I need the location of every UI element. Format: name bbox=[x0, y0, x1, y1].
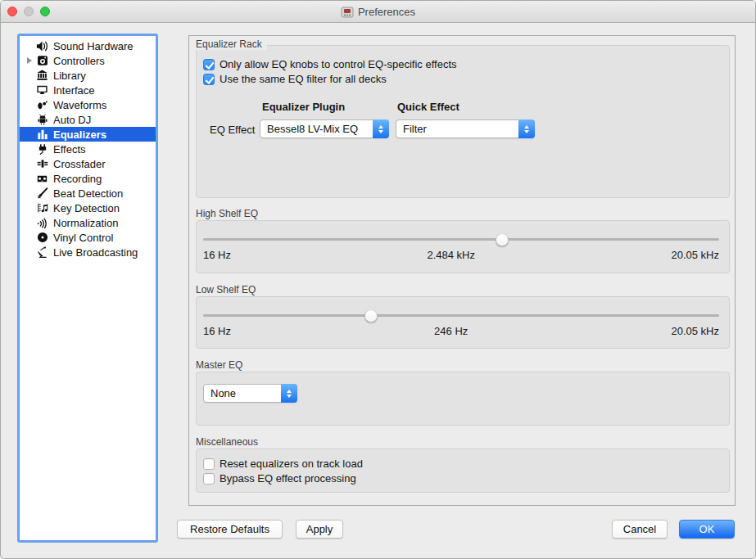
sidebar-item-beat-detection[interactable]: Beat Detection bbox=[20, 186, 156, 201]
speaker-icon bbox=[35, 39, 49, 52]
disclosure-spacer bbox=[23, 215, 35, 230]
low-shelf-current-value: 246 Hz bbox=[434, 325, 468, 337]
reset-equalizers-checkbox[interactable] bbox=[203, 458, 215, 470]
disclosure-spacer bbox=[23, 127, 35, 142]
titlebar: Preferences bbox=[1, 1, 755, 23]
column-header-equalizer-plugin: Equalizer Plugin bbox=[262, 101, 345, 113]
sidebar-item-label: Effects bbox=[53, 143, 86, 156]
sidebar-item-auto-dj[interactable]: Auto DJ bbox=[20, 112, 156, 127]
normalization-icon bbox=[35, 216, 49, 229]
disclosure-spacer bbox=[23, 230, 35, 245]
sidebar-item-interface[interactable]: Interface bbox=[20, 83, 156, 97]
disclosure-spacer bbox=[23, 156, 35, 171]
window-title: Preferences bbox=[358, 6, 415, 18]
checkbox-row: Reset equalizers on track load bbox=[203, 458, 363, 470]
dropdown-arrows-icon bbox=[281, 384, 297, 403]
group-miscellaneous: Reset equalizers on track load Bypass EQ… bbox=[196, 449, 730, 493]
high-shelf-current-value: 2.484 kHz bbox=[427, 249, 475, 261]
dropdown-arrows-icon bbox=[518, 119, 535, 138]
quick-effect-selected-value: Filter bbox=[396, 120, 518, 137]
eq-knobs-only-checkbox[interactable] bbox=[203, 59, 215, 70]
sidebar-item-label: Beat Detection bbox=[53, 187, 123, 200]
apply-button[interactable]: Apply bbox=[296, 520, 343, 539]
same-eq-filter-checkbox[interactable] bbox=[203, 74, 215, 85]
disclosure-spacer bbox=[23, 97, 35, 112]
disclosure-spacer bbox=[23, 245, 35, 259]
disclosure-spacer bbox=[23, 112, 35, 127]
monitor-icon bbox=[35, 83, 49, 97]
beat-detection-icon bbox=[35, 187, 49, 200]
restore-defaults-button[interactable]: Restore Defaults bbox=[177, 520, 283, 539]
controller-icon bbox=[35, 54, 49, 67]
sidebar-item-equalizers[interactable]: Equalizers bbox=[20, 127, 156, 142]
bypass-eq-checkbox[interactable] bbox=[203, 473, 215, 485]
sidebar-item-effects[interactable]: Effects bbox=[20, 142, 156, 156]
sidebar-item-vinyl-control[interactable]: Vinyl Control bbox=[20, 230, 156, 245]
quick-effect-select[interactable]: Filter bbox=[396, 119, 535, 138]
sidebar-item-label: Waveforms bbox=[53, 99, 106, 111]
disclosure-triangle-icon[interactable] bbox=[23, 53, 35, 68]
eq-effect-row-label: EQ Effect bbox=[210, 124, 255, 136]
eq-plugin-select[interactable]: Bessel8 LV-Mix EQ bbox=[260, 119, 389, 138]
group-title-equalizer-rack: Equalizer Rack bbox=[196, 38, 267, 50]
sidebar-item-label: Auto DJ bbox=[53, 114, 91, 126]
preferences-app-icon bbox=[341, 6, 354, 19]
sidebar-item-waveforms[interactable]: Waveforms bbox=[20, 97, 156, 112]
low-shelf-min-label: 16 Hz bbox=[203, 325, 231, 337]
sidebar-item-live-broadcasting[interactable]: Live Broadcasting bbox=[20, 245, 156, 259]
low-shelf-slider[interactable] bbox=[203, 314, 719, 317]
sidebar-item-crossfader[interactable]: Crossfader bbox=[20, 156, 156, 171]
high-shelf-slider-handle[interactable] bbox=[496, 233, 509, 246]
dropdown-arrows-icon bbox=[373, 119, 389, 138]
same-eq-filter-label: Use the same EQ filter for all decks bbox=[220, 73, 387, 85]
high-shelf-max-label: 20.05 kHz bbox=[671, 249, 719, 261]
high-shelf-min-label: 16 Hz bbox=[203, 249, 231, 261]
low-shelf-scale-labels: 16 Hz 246 Hz 20.05 kHz bbox=[203, 325, 719, 337]
eq-plugin-selected-value: Bessel8 LV-Mix EQ bbox=[260, 120, 373, 137]
equalizer-bars-icon bbox=[35, 128, 49, 141]
group-title-master-eq: Master EQ bbox=[196, 359, 247, 371]
column-header-quick-effect: Quick Effect bbox=[397, 101, 459, 113]
high-shelf-slider[interactable] bbox=[203, 238, 719, 241]
sidebar-item-label: Recording bbox=[53, 173, 102, 185]
disclosure-spacer bbox=[23, 186, 35, 201]
sidebar-item-label: Sound Hardware bbox=[53, 40, 134, 52]
disclosure-spacer bbox=[23, 201, 35, 215]
bypass-eq-label: Bypass EQ effect processing bbox=[220, 472, 356, 485]
disclosure-spacer bbox=[23, 142, 35, 156]
low-shelf-slider-handle[interactable] bbox=[364, 309, 377, 322]
recording-icon bbox=[35, 172, 49, 185]
disclosure-spacer bbox=[23, 68, 35, 83]
high-shelf-scale-labels: 16 Hz 2.484 kHz 20.05 kHz bbox=[203, 249, 719, 261]
group-high-shelf: 16 Hz 2.484 kHz 20.05 kHz bbox=[196, 220, 730, 273]
equalizers-settings-panel: Equalizer Rack Only allow EQ knobs to co… bbox=[188, 35, 736, 506]
sidebar-item-normalization[interactable]: Normalization bbox=[20, 215, 156, 230]
group-title-miscellaneous: Miscellaneous bbox=[196, 436, 263, 448]
key-detection-icon bbox=[35, 201, 49, 214]
title-area: Preferences bbox=[1, 1, 755, 23]
disclosure-spacer bbox=[23, 171, 35, 186]
group-title-low-shelf: Low Shelf EQ bbox=[196, 284, 260, 295]
waveform-icon bbox=[35, 98, 49, 111]
sidebar-item-recording[interactable]: Recording bbox=[20, 171, 156, 186]
group-master-eq: None bbox=[196, 372, 730, 426]
preferences-category-list: Sound Hardware Controllers bbox=[17, 34, 158, 543]
sidebar-item-label: Interface bbox=[53, 84, 95, 97]
group-equalizer-rack: Only allow EQ knobs to control EQ-specif… bbox=[196, 45, 730, 198]
vinyl-icon bbox=[35, 231, 49, 244]
reset-equalizers-label: Reset equalizers on track load bbox=[220, 458, 363, 470]
preferences-window: Preferences Sound Hardware Control bbox=[0, 0, 756, 559]
cancel-button[interactable]: Cancel bbox=[612, 520, 668, 539]
ok-button[interactable]: OK bbox=[679, 520, 735, 539]
sidebar-item-label: Crossfader bbox=[53, 158, 106, 170]
crossfader-icon bbox=[35, 157, 49, 170]
sidebar-item-controllers[interactable]: Controllers bbox=[20, 53, 156, 68]
sidebar-item-library[interactable]: Library bbox=[20, 68, 156, 83]
sidebar-item-label: Key Detection bbox=[53, 202, 120, 214]
group-title-high-shelf: High Shelf EQ bbox=[196, 208, 263, 219]
sidebar-item-label: Library bbox=[53, 70, 86, 82]
sidebar-item-sound-hardware[interactable]: Sound Hardware bbox=[20, 38, 156, 53]
broadcast-icon bbox=[35, 246, 49, 259]
master-eq-select[interactable]: None bbox=[203, 384, 297, 403]
sidebar-item-key-detection[interactable]: Key Detection bbox=[20, 201, 156, 215]
